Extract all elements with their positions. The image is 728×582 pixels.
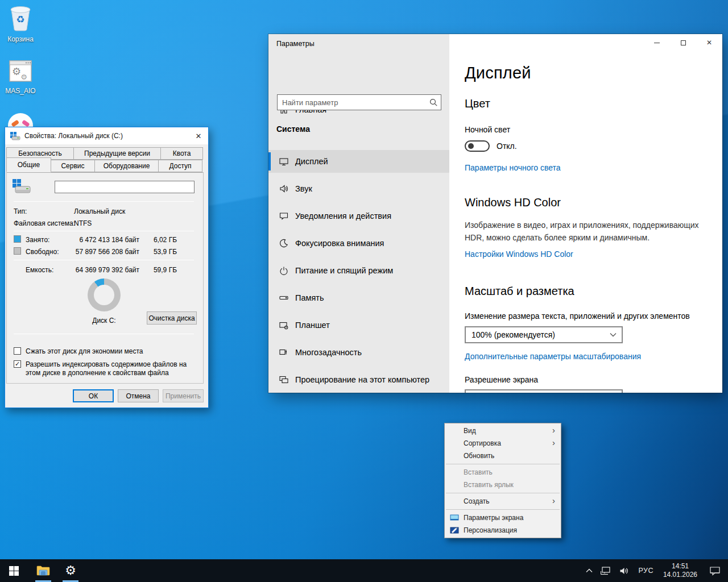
toggle-state-label: Откл.	[497, 142, 517, 151]
sidebar-item-storage[interactable]: Память	[268, 286, 449, 309]
sidebar-item-display[interactable]: Дисплей	[268, 150, 449, 173]
minimize-button[interactable]	[644, 34, 670, 51]
disk-properties-dialog: Свойства: Локальный диск (C:) ✕ Безопасн…	[5, 127, 209, 408]
ok-button[interactable]: ОК	[73, 389, 114, 402]
tab-quota[interactable]: Квота	[160, 147, 203, 160]
compress-checkbox[interactable]	[14, 347, 21, 355]
tray-chevron-up-icon[interactable]	[582, 559, 597, 582]
dialog-title: Свойства: Локальный диск (C:)	[24, 132, 123, 140]
search-icon[interactable]	[426, 98, 441, 106]
resolution-dropdown[interactable]: 728 × 582	[465, 389, 623, 393]
close-icon[interactable]: ✕	[189, 127, 208, 144]
hd-color-description: Изображение в видео, играх и приложениях…	[465, 219, 706, 244]
language-indicator[interactable]: РУС	[633, 559, 659, 582]
cancel-button[interactable]: Отмена	[118, 389, 159, 402]
desktop-icon-label: MAS_AIO	[0, 87, 41, 95]
tab-tools[interactable]: Сервис	[51, 160, 95, 172]
index-checkbox[interactable]: ✓	[14, 360, 21, 368]
sidebar-item-tablet[interactable]: Планшет	[268, 314, 449, 336]
desktop-icon-recycle-bin[interactable]: ♻ Корзина	[0, 5, 41, 43]
settings-window: Параметры Главная Система	[268, 34, 722, 393]
sidebar-item-sound[interactable]: Звук	[268, 177, 449, 200]
clock-time: 14:51	[663, 562, 697, 571]
disk-usage-donut-chart	[88, 278, 121, 311]
settings-search-box[interactable]	[277, 94, 441, 110]
disk-cleanup-button[interactable]: Очистка диска	[147, 311, 197, 325]
menu-item-sort[interactable]: Сортировка›	[445, 437, 561, 450]
gear-icon: ⚙	[65, 564, 76, 577]
night-light-settings-link[interactable]: Параметры ночного света	[465, 163, 715, 172]
disk-chart-label: Диск C:	[88, 317, 121, 325]
taskbar-settings[interactable]: ⚙	[57, 559, 84, 582]
sidebar-item-focus-assist[interactable]: Фокусировка внимания	[268, 232, 449, 255]
free-legend-swatch	[14, 247, 21, 255]
night-light-label: Ночной свет	[465, 125, 715, 134]
power-icon	[279, 266, 288, 275]
apply-button[interactable]: Применить	[163, 389, 204, 402]
tablet-icon	[279, 321, 288, 330]
free-bytes: 57 897 566 208 байт	[71, 248, 139, 256]
index-checkbox-label: Разрешить индексировать содержимое файло…	[26, 360, 197, 377]
settings-sidebar: Параметры Главная Система	[268, 34, 449, 393]
volume-icon[interactable]	[615, 559, 633, 582]
submenu-arrow-icon: ›	[552, 426, 555, 434]
desktop-icon-partial[interactable]	[0, 111, 41, 128]
menu-item-display-settings[interactable]: Параметры экрана	[445, 512, 561, 524]
tab-hardware[interactable]: Оборудование	[94, 160, 159, 172]
menu-item-view[interactable]: Вид›	[445, 425, 561, 437]
multitasking-icon	[279, 348, 288, 357]
compress-checkbox-label: Сжать этот диск для экономии места	[26, 347, 143, 356]
scale-dropdown[interactable]: 100% (рекомендуется)	[465, 326, 623, 343]
scale-heading: Масштаб и разметка	[465, 285, 715, 298]
tab-sharing[interactable]: Доступ	[158, 160, 202, 172]
tab-previous-versions[interactable]: Предыдущие версии	[73, 147, 161, 160]
toggle-off-icon[interactable]	[465, 140, 490, 152]
sidebar-item-power-sleep[interactable]: Питание и спящий режим	[268, 259, 449, 282]
sidebar-item-label: Звук	[295, 184, 312, 193]
projecting-icon	[279, 375, 288, 384]
taskbar-file-explorer[interactable]	[30, 559, 57, 582]
network-icon[interactable]	[597, 559, 615, 582]
dialog-titlebar[interactable]: Свойства: Локальный диск (C:) ✕	[5, 127, 208, 144]
sidebar-item-projecting[interactable]: Проецирование на этот компьютер	[268, 368, 449, 391]
notifications-icon	[279, 211, 288, 221]
menu-item-personalization[interactable]: Персонализация	[445, 524, 561, 537]
resolution-label: Разрешение экрана	[465, 375, 715, 384]
hd-color-settings-link[interactable]: Настройки Windows HD Color	[465, 250, 715, 259]
search-input[interactable]	[278, 98, 426, 107]
maximize-button[interactable]	[670, 34, 696, 51]
taskbar-clock[interactable]: 14:51 14.01.2026	[659, 559, 702, 582]
night-light-toggle[interactable]: Откл.	[465, 140, 715, 152]
menu-item-paste-shortcut[interactable]: Вставить ярлык	[445, 479, 561, 491]
desktop-icon-mas-aio[interactable]: ⚙ ⚙ MAS_AIO	[0, 60, 41, 95]
volume-label-input[interactable]	[55, 181, 195, 193]
used-legend-swatch	[14, 235, 21, 243]
moon-icon	[279, 239, 288, 248]
drive-icon	[13, 179, 31, 194]
menu-item-new[interactable]: Создать›	[445, 495, 561, 508]
hd-color-heading: Windows HD Color	[465, 196, 715, 209]
menu-item-paste[interactable]: Вставить	[445, 466, 561, 479]
sidebar-item-multitasking[interactable]: Многозадачность	[268, 341, 449, 364]
action-center-icon[interactable]	[702, 559, 728, 582]
taskbar: ⚙ РУС 14:51	[0, 559, 728, 582]
tab-page-general: Тип: Локальный диск Файловая система: NT…	[6, 172, 204, 384]
start-button[interactable]	[0, 559, 27, 582]
file-explorer-icon	[36, 565, 50, 576]
used-bytes: 6 472 413 184 байт	[71, 236, 139, 244]
tab-general[interactable]: Общие	[6, 157, 51, 172]
windows-logo-icon	[9, 566, 19, 576]
desktop[interactable]: ♻ Корзина ⚙ ⚙ MAS_AIO Парам	[0, 0, 728, 582]
sidebar-item-label: Уведомления и действия	[295, 211, 391, 221]
used-size: 6,02 ГБ	[143, 236, 177, 244]
menu-item-refresh[interactable]: Обновить	[445, 450, 561, 462]
sidebar-item-notifications[interactable]: Уведомления и действия	[268, 205, 449, 227]
close-button[interactable]: ✕	[696, 34, 722, 51]
menu-separator	[446, 509, 560, 510]
capacity-bytes: 64 369 979 392 байт	[71, 266, 139, 274]
svg-text:♻: ♻	[16, 14, 24, 25]
advanced-scaling-link[interactable]: Дополнительные параметры масштабирования	[465, 352, 715, 361]
svg-text:⚙: ⚙	[12, 65, 21, 77]
free-size: 53,9 ГБ	[143, 248, 177, 256]
dialog-tabs: Безопасность Предыдущие версии Квота Общ…	[6, 147, 204, 172]
